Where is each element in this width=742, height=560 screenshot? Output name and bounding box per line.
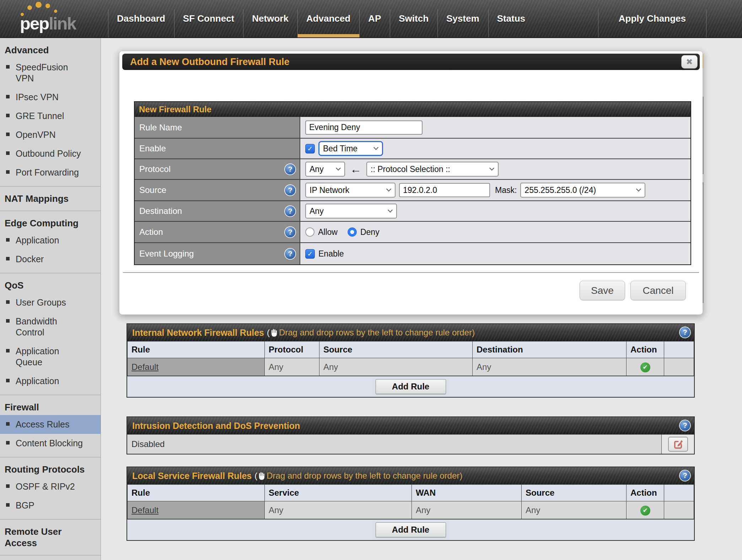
help-icon[interactable]: ? [285, 249, 295, 259]
nav-tab-dashboard[interactable]: Dashboard [108, 0, 174, 37]
nav-tab-sf-connect[interactable]: SF Connect [174, 0, 243, 37]
chevron-down-icon [336, 166, 341, 171]
save-button[interactable]: Save [580, 281, 625, 300]
action-deny-radio[interactable] [348, 227, 357, 237]
action-allow-label: Allow [318, 227, 338, 237]
enable-schedule-select[interactable]: Bed Time [318, 141, 383, 156]
brand-wordmark: peplink [20, 14, 76, 33]
help-icon[interactable]: ? [285, 185, 295, 195]
sidebar-group-misc-settings: Misc. Settings High Availability RADIUS … [0, 555, 101, 560]
bullet-icon [6, 95, 10, 98]
bullet-icon [6, 484, 10, 488]
sidebar-item-openvpn[interactable]: OpenVPN [0, 125, 101, 144]
help-icon[interactable]: ? [680, 470, 690, 481]
close-icon[interactable]: ✖ [681, 55, 698, 69]
nav-tab-ap[interactable]: AP [359, 0, 390, 37]
sidebar-group-advanced: Advanced SpeedFusion VPN IPsec VPN GRE T… [0, 38, 101, 187]
drag-drop-note: Drag and drop rows by the left to change… [279, 328, 475, 338]
cancel-button[interactable]: Cancel [630, 281, 686, 300]
help-icon[interactable]: ? [285, 227, 295, 237]
sidebar-item-speedfusion-vpn[interactable]: SpeedFusion VPN [0, 58, 101, 88]
sidebar-group-nat-mappings: NAT Mappings [0, 187, 101, 211]
local-service-firewall-rules-section: Local Service Firewall Rules ( Drag and … [127, 467, 695, 541]
nav-tab-advanced[interactable]: Advanced [297, 0, 359, 37]
sidebar-item-port-forwarding[interactable]: Port Forwarding [0, 163, 101, 182]
sidebar-item-docker[interactable]: Docker [0, 250, 101, 269]
col-source: Source [319, 341, 473, 358]
intrusion-detection-section: Intrusion Detection and DoS Prevention ?… [127, 416, 695, 454]
sidebar-header-advanced: Advanced [0, 40, 101, 58]
section-header: Intrusion Detection and DoS Prevention ? [127, 417, 694, 434]
source-ip-input[interactable] [399, 183, 490, 197]
nav-tab-system[interactable]: System [437, 0, 488, 37]
bullet-icon [6, 349, 10, 352]
enable-checkbox[interactable]: ✓ [305, 144, 315, 154]
logo-dot-icon [45, 4, 50, 8]
intrusion-status: Disabled [127, 435, 661, 454]
apply-changes-button[interactable]: Apply Changes [598, 0, 706, 37]
col-action: Action [627, 341, 664, 358]
sidebar-item-ospf-ripv2[interactable]: OSPF & RIPv2 [0, 477, 101, 496]
cell-empty [664, 358, 694, 376]
action-allow-radio[interactable] [305, 227, 314, 237]
section-header: Local Service Firewall Rules ( Drag and … [127, 467, 694, 484]
add-rule-button[interactable]: Add Rule [376, 379, 446, 394]
section-title: Intrusion Detection and DoS Prevention [132, 421, 300, 431]
sidebar-header-misc-settings: Misc. Settings [0, 558, 101, 560]
bullet-icon [6, 170, 10, 174]
rule-name-row: Rule Name [135, 117, 690, 138]
intrusion-status-row: Disabled [127, 434, 694, 454]
event-logging-checkbox[interactable]: ✓ [305, 249, 315, 259]
drag-hand-icon [258, 472, 266, 480]
protocol-selection-select[interactable]: :: Protocol Selection :: [366, 162, 499, 177]
mask-select[interactable]: 255.255.255.0 (/24) [520, 183, 645, 198]
chevron-down-icon [388, 208, 393, 212]
sidebar-group-routing-protocols: Routing Protocols OSPF & RIPv2 BGP [0, 457, 101, 519]
sidebar-item-user-groups[interactable]: User Groups [0, 293, 101, 312]
sidebar-item-ipsec-vpn[interactable]: IPsec VPN [0, 88, 101, 107]
sidebar-item-bandwidth-control[interactable]: Bandwidth Control [0, 312, 101, 342]
default-rule-link[interactable]: Default [131, 505, 158, 515]
sidebar-header-nat-mappings[interactable]: NAT Mappings [0, 189, 101, 206]
section-title: Local Service Firewall Rules [132, 471, 252, 481]
page: peplink Dashboard SF Connect Network Adv… [0, 0, 742, 560]
table-footer: Add Rule [127, 519, 694, 540]
sidebar-item-application-qos[interactable]: Application [0, 372, 101, 391]
add-rule-button[interactable]: Add Rule [376, 522, 446, 537]
action-row: Action ? Allow Deny [135, 221, 690, 242]
table-header-row: Rule Service WAN Source Action [128, 485, 694, 501]
edit-button[interactable] [668, 437, 688, 452]
sidebar-item-content-blocking[interactable]: Content Blocking [0, 434, 101, 453]
logo-dot-icon [27, 5, 32, 10]
sidebar-item-outbound-policy[interactable]: Outbound Policy [0, 144, 101, 163]
sidebar-item-application-edge[interactable]: Application [0, 231, 101, 250]
event-logging-enable-label: Enable [318, 249, 344, 259]
source-row: Source ? IP Network Mask: 255.255.255.0 … [135, 179, 690, 200]
help-icon[interactable]: ? [680, 420, 690, 431]
col-destination: Destination [473, 341, 627, 358]
drag-drop-note: Drag and drop rows by the left to change… [267, 471, 462, 481]
divider [123, 272, 699, 273]
source-type-select[interactable]: IP Network [305, 183, 396, 198]
sidebar-group-remote-user-access: Remote User Access [0, 519, 101, 555]
help-icon[interactable]: ? [285, 206, 295, 216]
sidebar-header-remote-user-access[interactable]: Remote User Access [0, 522, 101, 551]
nav-tab-network[interactable]: Network [243, 0, 297, 37]
sidebar-item-bgp[interactable]: BGP [0, 496, 101, 515]
help-icon[interactable]: ? [285, 164, 295, 174]
destination-select[interactable]: Any [305, 204, 397, 219]
sidebar-item-application-queue[interactable]: Application Queue [0, 342, 101, 372]
cell-protocol: Any [265, 358, 319, 376]
table-footer: Add Rule [127, 376, 694, 397]
col-empty [664, 485, 694, 501]
nav-tab-switch[interactable]: Switch [390, 0, 437, 37]
help-icon[interactable]: ? [680, 327, 690, 338]
rule-name-input[interactable] [305, 120, 423, 135]
sidebar-item-access-rules[interactable]: Access Rules [0, 415, 101, 434]
sidebar-item-gre-tunnel[interactable]: GRE Tunnel [0, 107, 101, 125]
default-rule-link[interactable]: Default [131, 362, 158, 372]
note-paren: ( [254, 471, 257, 481]
protocol-select[interactable]: Any [305, 162, 345, 177]
peplink-logo: peplink [0, 0, 108, 37]
nav-tab-status[interactable]: Status [488, 0, 534, 37]
